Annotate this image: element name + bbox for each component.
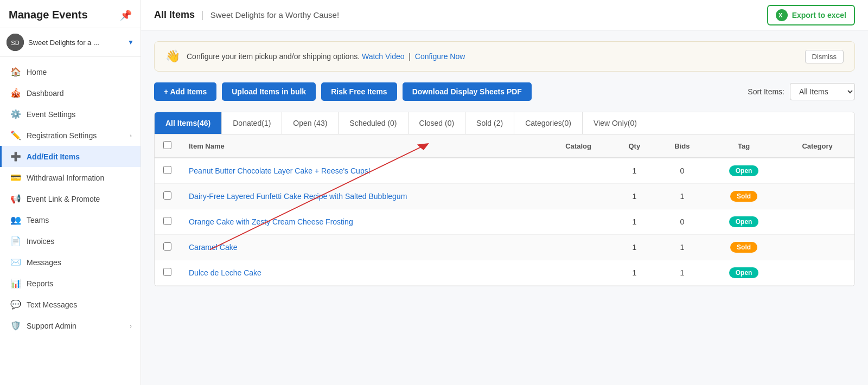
sort-select[interactable]: All ItemsOpenClosedSoldDonated bbox=[790, 83, 855, 100]
sidebar-item-registration-settings[interactable]: ✏️ Registration Settings › bbox=[0, 125, 141, 146]
tab-closed[interactable]: Closed (0) bbox=[409, 112, 466, 134]
catalog-cell bbox=[545, 158, 611, 184]
risk-free-items-button[interactable]: Risk Free Items bbox=[321, 82, 397, 101]
item-name-cell: Orange Cake with Zesty Cream Cheese Fros… bbox=[180, 209, 545, 235]
row-checkbox[interactable] bbox=[163, 268, 171, 276]
col-item-name: Item Name bbox=[180, 134, 545, 158]
tag-cell: Open bbox=[707, 158, 780, 184]
items-table: Item NameCatalogQtyBidsTagCategory Peanu… bbox=[154, 134, 855, 286]
add-items-button[interactable]: + Add Items bbox=[154, 82, 216, 101]
item-link[interactable]: Orange Cake with Zesty Cream Cheese Fros… bbox=[189, 217, 353, 226]
sidebar-item-support-admin[interactable]: 🛡️ Support Admin › bbox=[0, 315, 141, 336]
items-tabs: All Items(46)Donated(1)Open (43)Schedule… bbox=[154, 112, 855, 134]
select-all-checkbox[interactable] bbox=[163, 141, 171, 149]
tab-view-only[interactable]: View Only(0) bbox=[583, 112, 648, 134]
reports-icon: 📊 bbox=[10, 278, 21, 288]
table-row: Peanut Butter Chocolate Layer Cake + Ree… bbox=[155, 158, 854, 184]
qty-cell: 1 bbox=[612, 158, 657, 184]
col-bids: Bids bbox=[657, 134, 707, 158]
watch-video-link[interactable]: Watch Video bbox=[362, 52, 405, 61]
home-icon: 🏠 bbox=[10, 67, 21, 77]
svg-text:SD: SD bbox=[11, 40, 19, 46]
col-category: Category bbox=[780, 134, 854, 158]
status-badge: Open bbox=[729, 216, 759, 227]
sidebar-item-teams[interactable]: 👥 Teams bbox=[0, 209, 141, 230]
tab-categories[interactable]: Categories(0) bbox=[514, 112, 583, 134]
registration-settings-icon: ✏️ bbox=[10, 130, 21, 140]
bids-cell: 1 bbox=[657, 260, 707, 286]
event-selector[interactable]: SD Sweet Delights for a ... ▼ bbox=[0, 28, 141, 57]
category-cell bbox=[780, 184, 854, 209]
configure-now-link[interactable]: Configure Now bbox=[415, 52, 465, 61]
info-banner: 👋 Configure your item pickup and/or ship… bbox=[154, 41, 855, 72]
sidebar-item-withdrawal-information[interactable]: 💳 Withdrawal Information bbox=[0, 167, 141, 188]
nav-menu: 🏠 Home 🎪 Dashboard ⚙️ Event Settings ✏️ … bbox=[0, 57, 141, 385]
sidebar-item-event-link-promote[interactable]: 📢 Event Link & Promote bbox=[0, 188, 141, 209]
main-content: All Items | Sweet Delights for a Worthy … bbox=[141, 0, 868, 385]
status-badge: Sold bbox=[730, 242, 757, 253]
row-checkbox[interactable] bbox=[163, 191, 171, 200]
qty-cell: 1 bbox=[612, 209, 657, 235]
sidebar-item-dashboard[interactable]: 🎪 Dashboard bbox=[0, 82, 141, 104]
add-edit-items-icon: ➕ bbox=[10, 151, 21, 162]
text-messages-icon: 💬 bbox=[10, 299, 21, 310]
action-toolbar: + Add Items Upload Items in bulk Risk Fr… bbox=[154, 82, 855, 101]
teams-icon: 👥 bbox=[10, 215, 21, 225]
row-checkbox[interactable] bbox=[163, 217, 171, 225]
dismiss-button[interactable]: Dismiss bbox=[805, 50, 844, 63]
item-link[interactable]: Dulce de Leche Cake bbox=[189, 268, 261, 277]
sidebar-item-add-edit-items[interactable]: ➕ Add/Edit Items bbox=[0, 146, 141, 167]
table-row: Dulce de Leche Cake 1 1 Open bbox=[155, 260, 854, 286]
item-name-cell: Peanut Butter Chocolate Layer Cake + Ree… bbox=[180, 158, 545, 184]
avatar: SD bbox=[7, 34, 24, 51]
upload-items-button[interactable]: Upload Items in bulk bbox=[222, 82, 316, 101]
sidebar-item-reports[interactable]: 📊 Reports bbox=[0, 273, 141, 294]
download-sheets-button[interactable]: Download Display Sheets PDF bbox=[403, 82, 532, 101]
item-link[interactable]: Caramel Cake bbox=[189, 243, 237, 252]
row-checkbox-cell bbox=[155, 260, 180, 286]
tab-sold[interactable]: Sold (2) bbox=[465, 112, 514, 134]
tab-all-items[interactable]: All Items(46) bbox=[155, 112, 222, 134]
status-badge: Open bbox=[729, 165, 759, 176]
sidebar-item-text-messages[interactable]: 💬 Text Messages bbox=[0, 294, 141, 315]
row-checkbox-cell bbox=[155, 235, 180, 260]
header-event-name: Sweet Delights for a Worthy Cause! bbox=[210, 10, 339, 20]
tab-scheduled[interactable]: Scheduled (0) bbox=[339, 112, 408, 134]
page-title: All Items bbox=[154, 9, 195, 21]
tab-open[interactable]: Open (43) bbox=[282, 112, 339, 134]
table-row: Caramel Cake 1 1 Sold bbox=[155, 235, 854, 260]
row-checkbox[interactable] bbox=[163, 166, 171, 174]
col-qty: Qty bbox=[612, 134, 657, 158]
row-checkbox-cell bbox=[155, 209, 180, 235]
excel-icon: X bbox=[776, 9, 788, 21]
tab-donated[interactable]: Donated(1) bbox=[222, 112, 282, 134]
items-table-element: Item NameCatalogQtyBidsTagCategory Peanu… bbox=[155, 134, 854, 286]
catalog-cell bbox=[545, 235, 611, 260]
item-name-cell: Dairy-Free Layered Funfetti Cake Recipe … bbox=[180, 184, 545, 209]
row-checkbox-cell bbox=[155, 158, 180, 184]
banner-text: Configure your item pickup and/or shippi… bbox=[187, 52, 799, 61]
status-badge: Open bbox=[729, 267, 759, 278]
category-cell bbox=[780, 158, 854, 184]
sidebar-item-home[interactable]: 🏠 Home bbox=[0, 61, 141, 82]
item-name-cell: Caramel Cake bbox=[180, 235, 545, 260]
export-to-excel-button[interactable]: X Export to excel bbox=[767, 5, 855, 25]
category-cell bbox=[780, 209, 854, 235]
qty-cell: 1 bbox=[612, 184, 657, 209]
item-link[interactable]: Dairy-Free Layered Funfetti Cake Recipe … bbox=[189, 192, 407, 201]
catalog-cell bbox=[545, 209, 611, 235]
row-checkbox[interactable] bbox=[163, 242, 171, 251]
table-row: Dairy-Free Layered Funfetti Cake Recipe … bbox=[155, 184, 854, 209]
sidebar-item-invoices[interactable]: 📄 Invoices bbox=[0, 230, 141, 252]
sidebar-item-event-settings[interactable]: ⚙️ Event Settings bbox=[0, 104, 141, 125]
tag-cell: Sold bbox=[707, 184, 780, 209]
withdrawal-information-icon: 💳 bbox=[10, 172, 21, 183]
sidebar-item-messages[interactable]: ✉️ Messages bbox=[0, 252, 141, 273]
qty-cell: 1 bbox=[612, 235, 657, 260]
event-name: Sweet Delights for a ... bbox=[28, 39, 123, 47]
item-link[interactable]: Peanut Butter Chocolate Layer Cake + Ree… bbox=[189, 166, 371, 175]
chevron-right-icon: › bbox=[130, 132, 132, 139]
content-area: 👋 Configure your item pickup and/or ship… bbox=[141, 30, 868, 385]
col-catalog: Catalog bbox=[545, 134, 611, 158]
invoices-icon: 📄 bbox=[10, 236, 21, 246]
